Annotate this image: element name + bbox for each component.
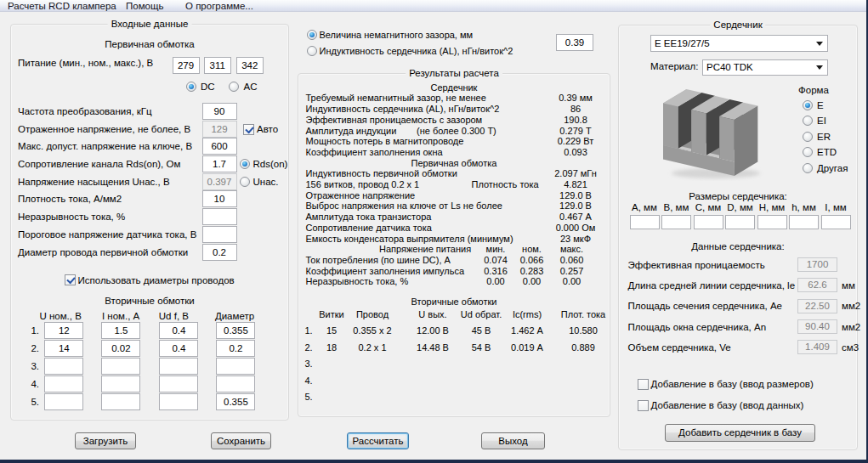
rds-radio-label[interactable]: Rds(on) <box>253 158 288 170</box>
param-input-5[interactable]: 10 <box>202 190 237 207</box>
exit-button[interactable]: Выход <box>481 432 545 449</box>
dim-input-6[interactable] <box>821 215 851 229</box>
supply-input-2[interactable]: 342 <box>236 57 264 74</box>
supply-col-header-2: макс. <box>551 244 593 255</box>
secondary-row-num-1: 2. <box>22 342 39 354</box>
use-diameters-checkbox[interactable] <box>65 274 76 285</box>
core-panel-title: Сердечник <box>710 19 765 31</box>
primary-row-value-2: 129.0 В <box>525 190 627 201</box>
secondary-cell-4-0[interactable] <box>44 393 83 410</box>
secondary-cell-1-2[interactable]: 0.4 <box>159 340 198 357</box>
dim-input-5[interactable] <box>789 215 819 229</box>
secondary-cell-0-3[interactable]: 0.355 <box>216 322 255 339</box>
al-label[interactable]: Индуктивность сердечника (AL), нГн/виток… <box>320 45 513 57</box>
secondary-cell-0-2[interactable]: 0.4 <box>159 322 198 339</box>
secondary-cell-4-2[interactable] <box>159 393 198 410</box>
secondary-cell-1-0[interactable]: 14 <box>44 340 83 357</box>
dim-label-6: I, мм <box>819 201 853 213</box>
menu-item-0[interactable]: Расчеты RCD клампера <box>8 0 116 12</box>
param-label-6: Неразрывность тока, % <box>18 211 125 223</box>
shape-radio-label-0[interactable]: E <box>817 99 824 111</box>
param-input-7[interactable] <box>202 226 237 243</box>
supply-input-0[interactable]: 279 <box>173 57 200 74</box>
save-button[interactable]: Сохранить <box>211 432 271 449</box>
menu-item-2[interactable]: О программе... <box>185 0 253 12</box>
ac-radio[interactable] <box>229 82 239 92</box>
secondary-cell-3-1[interactable] <box>101 375 140 392</box>
param-input-8[interactable]: 0.2 <box>202 244 237 261</box>
dim-input-4[interactable] <box>757 215 787 229</box>
shape-radio-2[interactable] <box>803 132 813 142</box>
secondary-cell-0-1[interactable]: 1.5 <box>101 322 140 339</box>
results-core-section: Сердечник <box>298 82 610 93</box>
secondary-cell-3-0[interactable] <box>44 375 83 392</box>
add-dims-label[interactable]: Добавление в базу (ввод размеров) <box>651 378 814 390</box>
results-secondary-section: Вторичные обмотки <box>298 296 610 308</box>
supply-cell-1-2: 0.257 <box>551 266 593 277</box>
secondary-cell-2-3[interactable] <box>216 358 255 375</box>
shape-radio-0[interactable] <box>803 100 813 110</box>
add-dims-checkbox[interactable] <box>638 379 649 390</box>
auto-checkbox[interactable] <box>243 124 254 135</box>
menu-item-1[interactable]: Помощь <box>126 0 163 12</box>
dim-input-2[interactable] <box>694 215 723 229</box>
param-input-3[interactable]: 1.7 <box>202 155 237 172</box>
param-input-2[interactable]: 600 <box>202 138 237 155</box>
shape-radio-4[interactable] <box>803 163 813 173</box>
core-data-unit-2: мм2 <box>842 300 860 312</box>
param-input-6[interactable] <box>202 208 237 225</box>
secondary-cell-1-3[interactable]: 0.2 <box>216 340 255 357</box>
shape-radio-label-3[interactable]: ETD <box>817 146 837 158</box>
shape-radio-label-1[interactable]: EI <box>817 115 826 127</box>
shape-radio-1[interactable] <box>803 116 813 126</box>
add-data-checkbox[interactable] <box>638 400 649 411</box>
core-row-label-3: Амплитуда индукции <box>306 126 397 137</box>
shape-radio-label-2[interactable]: ER <box>817 131 831 143</box>
shape-radio-3[interactable] <box>803 147 813 157</box>
secondary-cell-3-2[interactable] <box>159 375 198 392</box>
core-row-label-4: Мощность потерь в магнитопроводе <box>306 136 464 147</box>
gap-input[interactable]: 0.39 <box>556 34 593 51</box>
core-row-value-0: 0.39 мм <box>525 93 627 104</box>
supply-input-1[interactable]: 311 <box>204 57 231 74</box>
core-select[interactable]: E EE19/27/5 <box>650 35 828 52</box>
primary-winding-subtitle: Первичная обмотка <box>10 38 289 50</box>
dc-radio-label[interactable]: DC <box>201 81 215 93</box>
material-select[interactable]: PC40 TDK <box>702 59 828 76</box>
secondary-cell-0-0[interactable]: 12 <box>44 322 83 339</box>
results-sec-num-3: 4. <box>305 375 313 387</box>
unas-radio-label[interactable]: Uнас. <box>253 176 279 188</box>
secondary-cell-4-1[interactable] <box>101 393 140 410</box>
dim-input-3[interactable] <box>725 215 755 229</box>
param-input-4: 0.397 <box>202 173 237 190</box>
calculate-button[interactable]: Рассчитать <box>347 432 409 449</box>
dim-input-1[interactable] <box>661 215 691 229</box>
secondary-cell-1-1[interactable]: 0.02 <box>101 340 140 357</box>
add-core-button[interactable]: Добавить сердечник в базу <box>665 424 815 442</box>
secondary-row-num-4: 5. <box>22 396 39 408</box>
load-button[interactable]: Загрузить <box>75 432 136 449</box>
primary-row-label-1: 156 витков, провод 0.2 x 1 <box>306 179 420 190</box>
use-diameters-label[interactable]: Использовать диаметры проводов <box>78 274 235 286</box>
al-radio[interactable] <box>307 46 317 56</box>
core-data-unit-4: см3 <box>842 342 859 353</box>
rds-radio[interactable] <box>240 159 250 169</box>
gap-value-radio[interactable] <box>307 30 317 40</box>
results-sec-density-0: 10.580 <box>545 325 621 336</box>
unas-radio[interactable] <box>240 177 250 187</box>
param-input-0[interactable]: 90 <box>202 103 237 120</box>
secondary-cell-3-3[interactable] <box>216 375 255 392</box>
shape-radio-label-4[interactable]: Другая <box>817 162 848 174</box>
gap-value-label[interactable]: Величина немагнитного зазора, мм <box>320 29 474 41</box>
dc-radio[interactable] <box>186 82 196 92</box>
results-panel-title: Результаты расчета <box>406 67 502 80</box>
dim-input-0[interactable] <box>630 215 660 229</box>
secondary-cell-2-0[interactable] <box>44 358 83 375</box>
material-label: Материал: <box>650 60 699 72</box>
auto-checkbox-label[interactable]: Авто <box>257 123 278 135</box>
ac-radio-label[interactable]: AC <box>244 81 258 93</box>
secondary-cell-4-3[interactable]: 0.355 <box>216 393 255 410</box>
secondary-cell-2-2[interactable] <box>159 358 198 375</box>
add-data-label[interactable]: Добавление в базу (ввод данных) <box>651 399 804 411</box>
secondary-cell-2-1[interactable] <box>101 358 140 375</box>
